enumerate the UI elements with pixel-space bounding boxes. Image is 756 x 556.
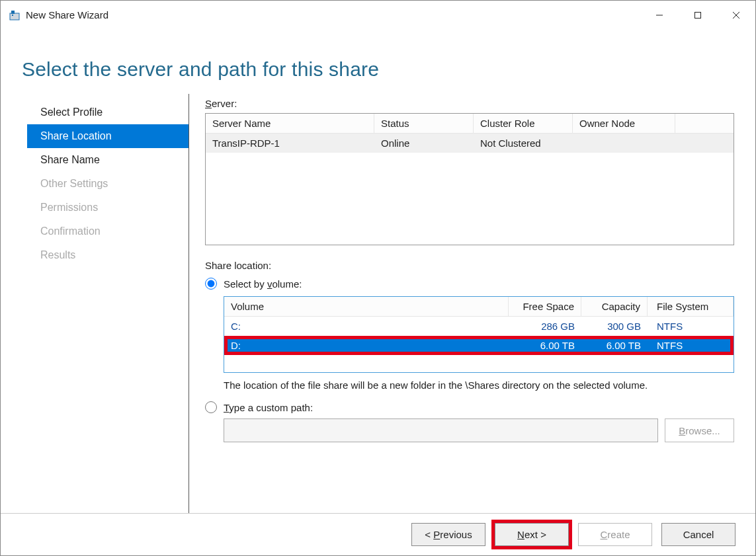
- radio-custom-input[interactable]: [205, 401, 217, 413]
- cell-file-system: NTFS: [648, 336, 734, 355]
- page-title: Select the server and path for this shar…: [22, 58, 734, 81]
- radio-volume-input[interactable]: [205, 278, 217, 290]
- sidebar-item-results: Results: [27, 243, 189, 267]
- next-button[interactable]: Next >: [495, 523, 569, 546]
- cell-capacity: 6.00 TB: [581, 336, 648, 355]
- sidebar-item-share-name[interactable]: Share Name: [27, 148, 189, 172]
- window-title: New Share Wizard: [26, 9, 108, 20]
- svg-rect-1: [11, 11, 15, 14]
- cell-server-name: TransIP-RDP-1: [206, 134, 374, 153]
- create-button: Create: [578, 523, 652, 546]
- volume-list[interactable]: Volume Free Space Capacity File System C…: [224, 296, 734, 373]
- custom-path-input: [224, 418, 658, 442]
- svg-rect-2: [12, 15, 13, 16]
- cell-capacity: 300 GB: [581, 317, 648, 336]
- volume-help-text: The location of the file share will be a…: [224, 378, 734, 392]
- cell-volume: D:: [224, 336, 509, 355]
- col-owner-node[interactable]: Owner Node: [573, 114, 675, 133]
- cell-owner-node: [573, 134, 675, 153]
- wizard-footer: < Previous Next > Create Cancel: [1, 513, 755, 555]
- server-list-header: Server Name Status Cluster Role Owner No…: [206, 114, 734, 134]
- cell-status: Online: [374, 134, 474, 153]
- cell-volume: C:: [224, 317, 509, 336]
- sidebar-item-confirmation: Confirmation: [27, 219, 189, 243]
- sidebar-item-share-location[interactable]: Share Location: [27, 124, 189, 148]
- radio-select-by-volume[interactable]: Select by volume:: [205, 278, 734, 290]
- cancel-button[interactable]: Cancel: [661, 523, 735, 546]
- share-location-label: Share location:: [205, 260, 734, 271]
- col-server-name[interactable]: Server Name: [206, 114, 374, 133]
- col-free-space[interactable]: Free Space: [509, 297, 581, 316]
- sidebar-item-other-settings: Other Settings: [27, 172, 189, 196]
- svg-rect-4: [695, 12, 701, 18]
- sidebar-item-select-profile[interactable]: Select Profile: [27, 100, 189, 124]
- browse-button: Browse...: [665, 418, 734, 442]
- cell-cluster-role: Not Clustered: [474, 134, 573, 153]
- titlebar: New Share Wizard: [1, 1, 755, 29]
- volume-row-c[interactable]: C: 286 GB 300 GB NTFS: [224, 317, 734, 336]
- col-capacity[interactable]: Capacity: [581, 297, 648, 316]
- svg-rect-0: [10, 13, 19, 20]
- radio-custom-label: Type a custom path:: [224, 402, 313, 413]
- wizard-sidebar: Select Profile Share Location Share Name…: [27, 94, 189, 513]
- close-button[interactable]: [717, 1, 755, 29]
- sidebar-item-permissions: Permissions: [27, 196, 189, 219]
- cell-free-space: 286 GB: [509, 317, 581, 336]
- maximize-button[interactable]: [679, 1, 717, 29]
- server-list[interactable]: Server Name Status Cluster Role Owner No…: [205, 113, 734, 245]
- page-header: Select the server and path for this shar…: [1, 29, 755, 94]
- minimize-button[interactable]: [640, 1, 679, 29]
- col-volume[interactable]: Volume: [224, 297, 509, 316]
- radio-volume-label: Select by volume:: [224, 278, 302, 290]
- app-icon: [9, 9, 21, 21]
- volume-row-d[interactable]: D: 6.00 TB 6.00 TB NTFS: [224, 336, 734, 355]
- col-status[interactable]: Status: [374, 114, 474, 133]
- cell-file-system: NTFS: [648, 317, 734, 336]
- server-label: Server:: [205, 98, 734, 109]
- col-cluster-role[interactable]: Cluster Role: [474, 114, 573, 133]
- server-row[interactable]: TransIP-RDP-1 Online Not Clustered: [206, 134, 734, 153]
- radio-custom-path[interactable]: Type a custom path:: [205, 401, 734, 413]
- volume-list-header: Volume Free Space Capacity File System: [224, 297, 734, 317]
- cell-free-space: 6.00 TB: [509, 336, 581, 355]
- previous-button[interactable]: < Previous: [411, 523, 485, 546]
- content-area: Server: Server Name Status Cluster Role …: [189, 94, 755, 513]
- col-file-system[interactable]: File System: [648, 297, 734, 316]
